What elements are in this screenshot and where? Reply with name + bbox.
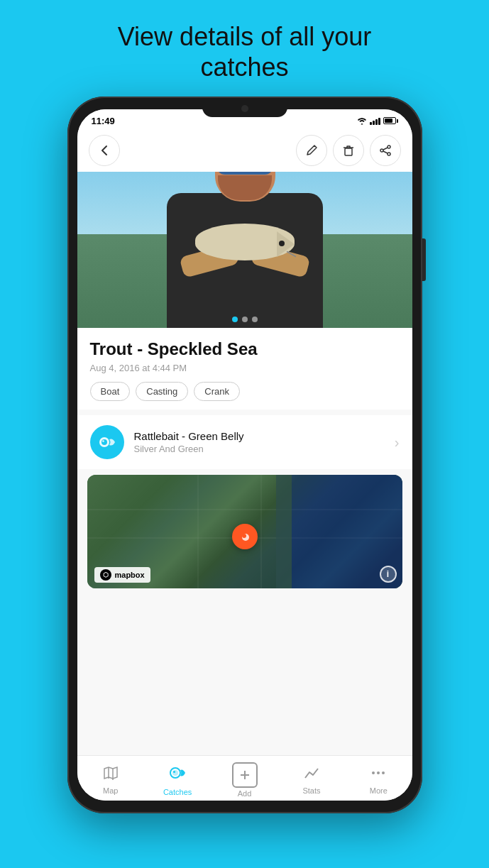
catch-title: Trout - Speckled Sea: [90, 339, 400, 360]
svg-point-10: [242, 534, 246, 538]
headline-line2: catches: [200, 53, 288, 82]
lure-info: Rattlebait - Green Belly Silver And Gree…: [134, 430, 395, 454]
battery-icon: [383, 117, 398, 124]
headline-line1: View details of all your: [118, 22, 372, 51]
nav-label-add: Add: [238, 789, 252, 798]
status-icons: [357, 116, 398, 125]
action-bar: [77, 129, 412, 172]
tag-casting[interactable]: Casting: [136, 382, 188, 401]
tag-boat[interactable]: Boat: [90, 382, 131, 401]
mapbox-label: mapbox: [115, 571, 145, 579]
add-nav-icon: [232, 762, 258, 788]
map-info-button[interactable]: i: [380, 566, 397, 583]
phone-notch: [202, 100, 287, 117]
dot-2: [242, 317, 248, 322]
bottom-nav: Map Catches: [77, 755, 412, 801]
phone-device: 11:49: [67, 97, 422, 813]
svg-point-8: [102, 440, 104, 442]
svg-point-19: [377, 771, 380, 774]
lure-item[interactable]: Rattlebait - Green Belly Silver And Gree…: [77, 415, 412, 469]
back-button[interactable]: [89, 135, 120, 166]
mapbox-logo: ⬡ mapbox: [94, 567, 150, 583]
map-nav-icon: [103, 765, 119, 785]
dot-1: [232, 317, 238, 322]
lure-color: Silver And Green: [134, 444, 395, 454]
nav-label-stats: Stats: [302, 786, 320, 795]
svg-point-18: [372, 771, 375, 774]
lure-icon: [90, 425, 124, 459]
svg-line-4: [383, 148, 388, 150]
nav-item-add[interactable]: Add: [211, 762, 278, 798]
image-indicator: [232, 317, 258, 322]
more-nav-icon: [370, 765, 386, 785]
info-icon: i: [387, 569, 389, 579]
phone-screen: 11:49: [77, 109, 412, 801]
dot-3: [252, 317, 258, 322]
signal-icon: [370, 116, 380, 125]
catches-nav-icon: [168, 764, 187, 786]
nav-label-map: Map: [103, 786, 118, 795]
nav-item-more[interactable]: More: [345, 762, 412, 798]
svg-point-7: [101, 439, 107, 445]
nav-item-stats[interactable]: Stats: [278, 762, 345, 798]
delete-button[interactable]: [333, 135, 364, 166]
chevron-right-icon: ›: [395, 434, 400, 451]
nav-item-catches[interactable]: Catches: [144, 762, 211, 798]
tags-row: Boat Casting Crank: [90, 382, 400, 401]
status-time: 11:49: [92, 116, 115, 126]
svg-point-1: [388, 145, 390, 148]
nav-label-more: More: [370, 786, 388, 795]
edit-button[interactable]: [296, 135, 327, 166]
volume-button: [422, 238, 426, 281]
svg-point-2: [380, 149, 383, 152]
tag-crank[interactable]: Crank: [194, 382, 240, 401]
nav-item-map[interactable]: Map: [77, 762, 144, 798]
catch-date: Aug 4, 2016 at 4:44 PM: [90, 363, 400, 373]
svg-line-5: [383, 151, 388, 153]
wifi-icon: [357, 116, 367, 125]
svg-point-15: [173, 771, 175, 773]
lure-name: Rattlebait - Green Belly: [134, 430, 395, 442]
svg-point-14: [172, 770, 178, 776]
content-area: Trout - Speckled Sea Aug 4, 2016 at 4:44…: [77, 328, 412, 755]
catch-header: Trout - Speckled Sea Aug 4, 2016 at 4:44…: [77, 328, 412, 410]
map-section[interactable]: ⬡ mapbox i: [87, 475, 402, 588]
stats-nav-icon: [304, 765, 319, 785]
nav-label-catches: Catches: [163, 788, 192, 796]
svg-point-20: [382, 771, 385, 774]
map-pin: [232, 524, 258, 549]
mapbox-logo-mark: ⬡: [100, 569, 111, 581]
camera-dot: [241, 105, 248, 112]
hero-image: [77, 172, 412, 328]
svg-rect-0: [345, 148, 352, 155]
svg-point-3: [388, 153, 390, 155]
page-headline: View details of all your catches: [97, 21, 393, 82]
share-button[interactable]: [370, 135, 401, 166]
